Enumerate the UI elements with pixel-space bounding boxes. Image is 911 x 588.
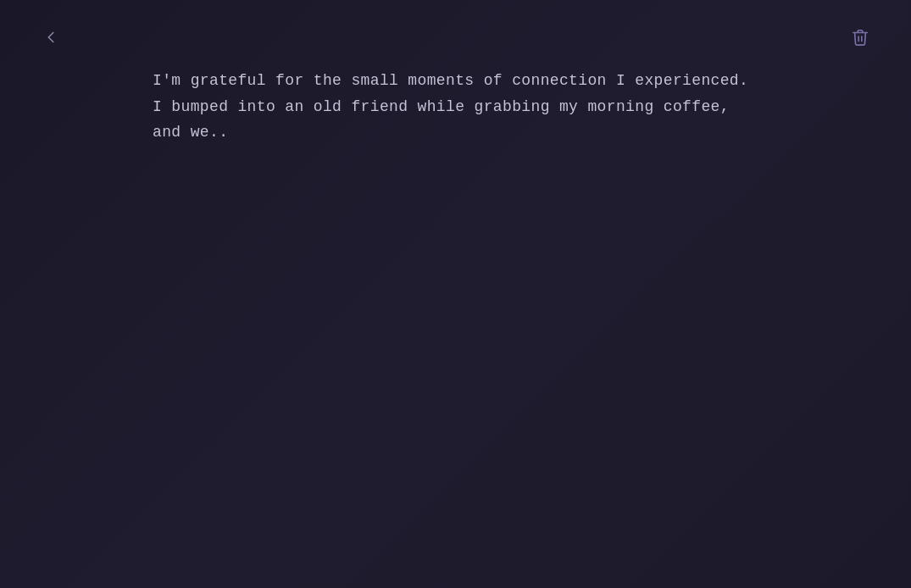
journal-text: I'm grateful for the small moments of co… xyxy=(153,68,758,146)
delete-button[interactable] xyxy=(847,24,874,51)
back-button[interactable] xyxy=(37,24,64,51)
trash-icon xyxy=(851,28,869,47)
journal-content-area: I'm grateful for the small moments of co… xyxy=(153,68,758,537)
back-arrow-icon xyxy=(42,28,60,47)
